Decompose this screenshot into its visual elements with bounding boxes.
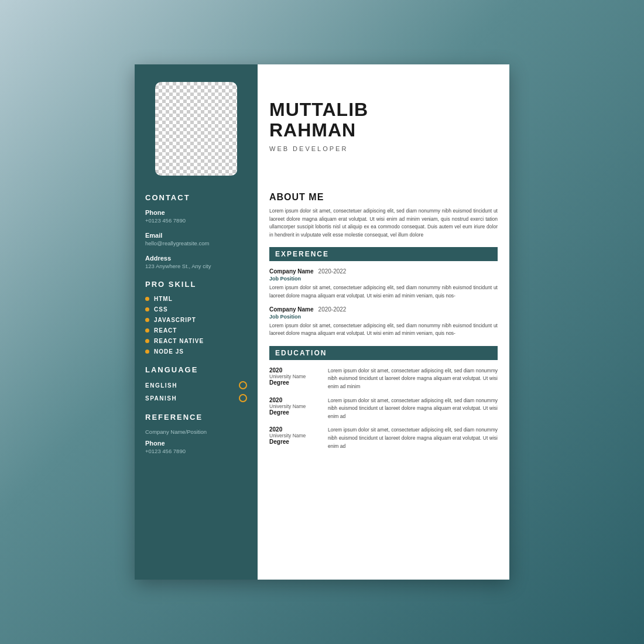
edu-desc-2: Lorem ipsum dolor sit amet, consectetuer…	[328, 397, 498, 421]
edu-year-2: 2020	[269, 397, 322, 403]
skill-javascript: JAVASCRIPT	[145, 317, 247, 323]
edu-item-1: 2020 University Name Degree Lorem ipsum …	[269, 367, 498, 391]
experience-item-1: Company Name 2020-2022 Job Position Lore…	[269, 268, 498, 300]
skill-html: HTML	[145, 296, 247, 302]
skill-react-native: REACT NATIVE	[145, 338, 247, 344]
contact-phone: Phone +0123 456 7890	[145, 209, 247, 224]
email-value: hello@reallygreatsite.com	[145, 240, 247, 246]
skill-dot-react	[145, 328, 149, 333]
exp-date-1: 2020-2022	[318, 268, 347, 275]
contact-title: CONTACT	[145, 193, 247, 202]
experience-header: EXPERENCE	[269, 247, 498, 261]
exp-date-2: 2020-2022	[318, 306, 347, 313]
skill-dot-css	[145, 307, 149, 311]
skill-dot-node	[145, 350, 149, 354]
skill-dot-js	[145, 318, 149, 322]
edu-left-1: 2020 University Name Degree	[269, 367, 322, 391]
edu-uni-1: University Name	[269, 374, 322, 379]
edu-uni-2: University Name	[269, 403, 322, 409]
exp-position-1: Job Position	[269, 276, 498, 282]
ref-phone-value: +0123 456 7890	[145, 448, 247, 454]
sidebar: CONTACT Phone +0123 456 7890 Email hello…	[135, 181, 258, 580]
candidate-name: MUTTALIB RAHMAN	[269, 100, 498, 141]
header-left-dark	[135, 64, 258, 181]
ref-company: Company Name/Position	[145, 429, 247, 435]
edu-uni-3: University Name	[269, 433, 322, 439]
edu-degree-1: Degree	[269, 379, 322, 386]
spanish-level-icon	[239, 394, 247, 402]
reference-title: REFERENCE	[145, 413, 247, 422]
experience-item-2: Company Name 2020-2022 Job Position Lore…	[269, 306, 498, 338]
resume-document: MUTTALIB RAHMAN WEB DEVELOPER CONTACT Ph…	[135, 64, 509, 580]
header-area: MUTTALIB RAHMAN WEB DEVELOPER	[135, 64, 509, 181]
header-right: MUTTALIB RAHMAN WEB DEVELOPER	[258, 64, 509, 181]
edu-left-3: 2020 University Name Degree	[269, 426, 322, 450]
address-value: 123 Anywhere St., Any city	[145, 263, 247, 269]
edu-left-2: 2020 University Name Degree	[269, 397, 322, 421]
exp-company-row-2: Company Name 2020-2022	[269, 306, 498, 313]
exp-desc-1: Lorem ipsum dolor sit amet, consectetuer…	[269, 284, 498, 300]
exp-company-name-2: Company Name	[269, 306, 314, 313]
skill-dot-rn	[145, 339, 149, 343]
edu-year-1: 2020	[269, 367, 322, 374]
body-area: CONTACT Phone +0123 456 7890 Email hello…	[135, 181, 509, 580]
about-text: Lorem ipsum dolor sit amet, consectetuer…	[269, 207, 498, 239]
skill-dot-html	[145, 297, 149, 301]
skill-react: REACT	[145, 327, 247, 334]
contact-email: Email hello@reallygreatsite.com	[145, 232, 247, 246]
exp-position-2: Job Position	[269, 314, 498, 320]
ref-phone-label: Phone	[145, 440, 247, 447]
edu-degree-3: Degree	[269, 439, 322, 445]
edu-desc-1: Lorem ipsum dolor sit amet, consectetuer…	[328, 367, 498, 391]
language-english: ENGLISH	[145, 381, 247, 389]
exp-company-row-1: Company Name 2020-2022	[269, 268, 498, 275]
skill-nodejs: NODE JS	[145, 348, 247, 355]
language-spanish: SPANISH	[145, 394, 247, 402]
skill-css: CSS	[145, 306, 247, 313]
edu-item-3: 2020 University Name Degree Lorem ipsum …	[269, 426, 498, 450]
phone-value: +0123 456 7890	[145, 217, 247, 224]
exp-desc-2: Lorem ipsum dolor sit amet, consectetuer…	[269, 322, 498, 338]
exp-company-name-1: Company Name	[269, 268, 314, 275]
email-label: Email	[145, 232, 247, 239]
edu-degree-2: Degree	[269, 409, 322, 416]
about-title: ABOUT ME	[269, 192, 498, 203]
edu-item-2: 2020 University Name Degree Lorem ipsum …	[269, 397, 498, 421]
skills-list: HTML CSS JAVASCRIPT REACT REACT NATIVE	[145, 296, 247, 355]
education-header: EDUCATION	[269, 346, 498, 360]
address-label: Address	[145, 255, 247, 262]
edu-year-3: 2020	[269, 426, 322, 433]
job-title: WEB DEVELOPER	[269, 145, 498, 152]
main-content: ABOUT ME Lorem ipsum dolor sit amet, con…	[258, 181, 509, 580]
phone-label: Phone	[145, 209, 247, 216]
proskill-title: PRO SKILL	[145, 280, 247, 289]
language-title: LANGUAGE	[145, 365, 247, 374]
contact-address: Address 123 Anywhere St., Any city	[145, 255, 247, 269]
edu-desc-3: Lorem ipsum dolor sit amet, consectetuer…	[328, 426, 498, 450]
english-level-icon	[239, 381, 247, 389]
photo-placeholder	[155, 82, 237, 176]
